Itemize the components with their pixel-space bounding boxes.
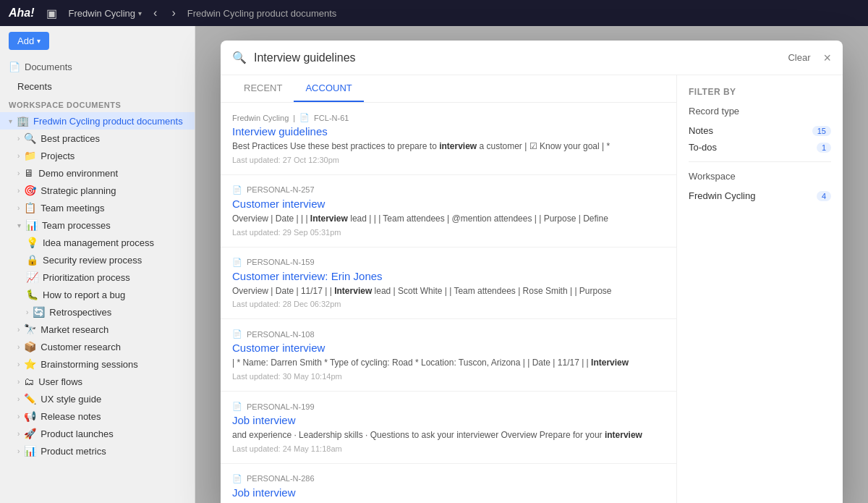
search-modal: 🔍 Clear × RECENT <box>221 41 843 503</box>
result-title[interactable]: Customer interview <box>232 342 665 354</box>
item-label: How to report a bug <box>43 289 186 300</box>
search-close-button[interactable]: × <box>823 51 831 64</box>
result-meta: 📄 PERSONAL-N-286 <box>232 474 665 483</box>
filter-option-label: Notes <box>689 125 713 136</box>
item-icon: 🖥 <box>24 167 34 179</box>
chevron-icon: › <box>17 413 20 420</box>
item-icon: 🎯 <box>24 185 36 196</box>
sidebar-item-user-flows[interactable]: › 🗂 User flows <box>0 373 195 390</box>
docs-icon: 📄 <box>9 62 20 72</box>
chevron-icon: › <box>17 326 20 334</box>
item-icon: 🔒 <box>26 254 38 266</box>
sidebar-item-customer-research[interactable]: › 📦 Customer research <box>0 338 195 355</box>
search-clear-button[interactable]: Clear <box>782 49 816 66</box>
result-item[interactable]: 📄 PERSONAL-N-286 Job interview Overview … <box>221 464 676 503</box>
sidebar-item-product-launches[interactable]: › 🚀 Product launches <box>0 425 195 442</box>
filter-count: 1 <box>817 143 831 153</box>
result-preview: and experience · Leadership skills · Que… <box>232 429 665 441</box>
sidebar-item-projects[interactable]: › 📁 Projects <box>0 147 195 164</box>
sidebar-item-brainstorming[interactable]: › ⭐ Brainstorming sessions <box>0 355 195 373</box>
item-icon: 📦 <box>24 341 36 352</box>
search-body: RECENT ACCOUNT Fredwin Cycling | 📄 <box>221 75 843 503</box>
chevron-icon: ▾ <box>9 117 12 125</box>
result-title[interactable]: Job interview <box>232 414 665 426</box>
result-title[interactable]: Interview guidelines <box>232 125 665 138</box>
docs-section-header: 📄 Documents <box>0 56 195 78</box>
tab-account[interactable]: ACCOUNT <box>294 75 363 102</box>
result-item[interactable]: Fredwin Cycling | 📄 FCL-N-61 Interview g… <box>221 103 676 175</box>
chevron-icon: › <box>17 135 20 143</box>
item-label: Prioritization process <box>43 272 186 283</box>
result-meta: 📄 PERSONAL-N-108 <box>232 329 665 339</box>
filter-option-todos[interactable]: To-dos 1 <box>689 139 831 156</box>
add-dropdown-arrow: ▾ <box>37 37 41 45</box>
sidebar-item-team-processes[interactable]: ▾ 📊 Team processes <box>0 216 195 234</box>
result-item[interactable]: 📄 PERSONAL-N-199 Job interview and exper… <box>221 392 676 464</box>
result-title[interactable]: Job interview <box>232 486 665 499</box>
sidebar-item-demo-environment[interactable]: › 🖥 Demo environment <box>0 164 195 182</box>
result-title[interactable]: Customer interview <box>232 198 665 210</box>
item-label: Team processes <box>42 220 186 231</box>
filter-title: FILTER BY <box>689 87 831 97</box>
sidebar-item-best-practices[interactable]: › 🔍 Best practices <box>0 130 195 147</box>
item-label: Customer research <box>41 342 186 352</box>
result-item[interactable]: 📄 PERSONAL-N-108 Customer interview | * … <box>221 319 676 392</box>
add-button[interactable]: Add ▾ <box>9 32 49 50</box>
sidebar-item-prioritization[interactable]: 📈 Prioritization process <box>0 269 195 286</box>
filter-option-notes[interactable]: Notes 15 <box>689 122 831 139</box>
nav-forward-btn[interactable]: › <box>169 5 178 21</box>
sidebar-item-retrospectives[interactable]: › 🔄 Retrospectives <box>0 303 195 321</box>
result-id: PERSONAL-N-108 <box>247 330 315 339</box>
chevron-icon: › <box>17 395 20 403</box>
result-id: FCL-N-61 <box>314 114 349 122</box>
item-icon: 🏢 <box>17 115 29 127</box>
sidebar-item-idea-management[interactable]: 💡 Idea management process <box>0 234 195 251</box>
recents-label: Recents <box>17 81 186 92</box>
item-label: Product metrics <box>41 446 186 457</box>
result-date: Last updated: 24 May 11:18am <box>232 444 665 453</box>
item-label: Product launches <box>41 428 186 439</box>
result-title[interactable]: Customer interview: Erin Jones <box>232 270 665 282</box>
workspace-selector[interactable]: Fredwin Cycling ▾ <box>69 8 142 19</box>
clear-label: Clear <box>788 52 810 63</box>
filter-count: 4 <box>817 191 831 201</box>
filter-option-label: To-dos <box>689 142 717 153</box>
sidebar-item-market-research[interactable]: › 🔭 Market research <box>0 321 195 338</box>
sidebar-item-ux-style-guide[interactable]: › ✏️ UX style guide <box>0 390 195 407</box>
result-item[interactable]: 📄 PERSONAL-N-257 Customer interview Over… <box>221 175 676 248</box>
item-label: Security review process <box>43 255 186 266</box>
chevron-icon: › <box>26 308 28 316</box>
sidebar-item-release-notes[interactable]: › 📢 Release notes <box>0 407 195 425</box>
search-modal-overlay: 🔍 Clear × RECENT <box>195 26 868 503</box>
sidebar-item-team-meetings[interactable]: › 📋 Team meetings <box>0 199 195 216</box>
item-label: Brainstorming sessions <box>41 359 186 370</box>
result-id: PERSONAL-N-159 <box>247 258 315 266</box>
filter-option-workspace[interactable]: Fredwin Cycling 4 <box>689 187 831 204</box>
sidebar-item-recents[interactable]: Recents <box>0 78 195 95</box>
workspace-name: Fredwin Cycling <box>69 8 135 19</box>
item-icon: 📋 <box>24 202 36 214</box>
tab-recent[interactable]: RECENT <box>232 75 294 102</box>
sidebar-item-strategic-planning[interactable]: › 🎯 Strategic planning <box>0 182 195 199</box>
sidebar-item-security-review[interactable]: 🔒 Security review process <box>0 251 195 269</box>
sidebar-item-fredwin[interactable]: ▾ 🏢 Fredwin Cycling product documents <box>0 112 195 130</box>
doc-icon: 📄 <box>232 474 242 483</box>
item-icon: 🔄 <box>33 306 45 318</box>
result-preview: Best Practices Use these best practices … <box>232 140 665 153</box>
highlight: Interview <box>310 214 348 224</box>
breadcrumb: Fredwin Cycling product documents <box>187 8 337 19</box>
sidebar-toggle-btn[interactable]: ▣ <box>43 5 60 22</box>
filter-sidebar: FILTER BY Record type Notes 15 To-dos 1 … <box>676 75 843 503</box>
chevron-icon: › <box>17 378 20 386</box>
chevron-icon: › <box>17 430 20 438</box>
result-item[interactable]: 📄 PERSONAL-N-159 Customer interview: Eri… <box>221 248 676 320</box>
nav-back-btn[interactable]: ‹ <box>150 5 160 21</box>
search-input[interactable] <box>254 51 775 64</box>
item-label: Best practices <box>41 133 186 144</box>
result-date: Last updated: 28 Dec 06:32pm <box>232 300 665 308</box>
sidebar-item-report-bug[interactable]: 🐛 How to report a bug <box>0 286 195 303</box>
chevron-icon: › <box>17 169 20 177</box>
result-preview: Overview | Date | 11/17 | | Interview le… <box>232 285 665 297</box>
workspace-chevron: ▾ <box>138 9 142 17</box>
sidebar-item-product-metrics[interactable]: › 📊 Product metrics <box>0 442 195 460</box>
